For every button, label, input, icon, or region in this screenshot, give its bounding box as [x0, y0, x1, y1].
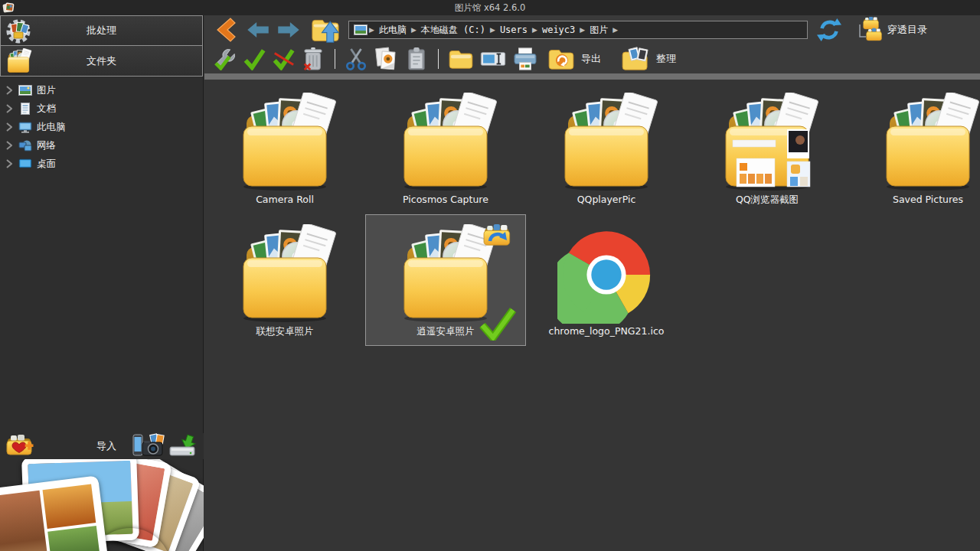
item-label: Saved Pictures	[893, 194, 963, 205]
desktop-icon	[17, 158, 34, 169]
sidebar-section-batch[interactable]: 批处理	[0, 15, 203, 46]
chevron-right-icon[interactable]	[6, 159, 17, 168]
window-title: 图片馆 x64 2.6.0	[455, 2, 526, 14]
breadcrumb[interactable]: ▶ 此电脑 ▶ 本地磁盘 (C:) ▶ Users ▶ weiyc3 ▶ 图片 …	[348, 21, 808, 39]
splitter-handle[interactable]	[204, 73, 980, 80]
arrow-right-icon	[276, 21, 301, 38]
print-button[interactable]	[509, 46, 541, 72]
folder-up-icon	[310, 16, 341, 44]
tree-item-label: 网络	[37, 139, 56, 152]
item-label: Picosmos Capture	[403, 194, 488, 205]
delete-button[interactable]	[298, 46, 328, 72]
item-label: Camera Roll	[256, 194, 314, 205]
breadcrumb-segment-user[interactable]: weiyc3	[539, 24, 578, 35]
chevron-right-icon[interactable]	[6, 104, 17, 113]
breadcrumb-segment-disk-c[interactable]: 本地磁盘 (C:)	[418, 24, 488, 37]
picture-icon	[17, 85, 34, 96]
folder-item-lenovo-android-photos[interactable]: 联想安卓照片	[204, 214, 365, 346]
sidebar-section-folders-label: 文件夹	[36, 54, 202, 68]
tools-row: 导出 整理	[204, 44, 980, 73]
export-label[interactable]: 导出	[581, 52, 601, 66]
import-from-disk-button[interactable]	[168, 434, 196, 459]
item-label: QQplayerPic	[577, 194, 636, 205]
new-folder-button[interactable]	[445, 46, 477, 72]
folder-item-picosmos-capture[interactable]: Picosmos Capture	[365, 83, 526, 214]
uncheck-button[interactable]	[269, 46, 298, 72]
chevron-right-icon[interactable]	[6, 141, 17, 150]
chevron-right-icon[interactable]	[6, 122, 17, 132]
folder-icon	[448, 48, 474, 70]
folder-tree: 图片 文档 此电脑 网络 桌面	[0, 77, 203, 173]
breadcrumb-segment-pictures[interactable]: 图片	[586, 24, 611, 37]
breadcrumb-separator: ▶	[488, 26, 497, 34]
scissors-icon	[345, 47, 367, 70]
folder-item-qqplayerpic[interactable]: QQplayerPic	[526, 83, 687, 214]
tree-item-this-pc[interactable]: 此电脑	[0, 118, 203, 136]
document-icon	[17, 103, 34, 115]
fix-check-button[interactable]	[211, 46, 240, 72]
arrow-left-icon	[246, 21, 270, 38]
folder-item-qq-browser-screenshots[interactable]: QQ浏览器截图	[687, 83, 848, 214]
network-icon	[17, 140, 34, 152]
chevron-right-icon[interactable]	[6, 86, 17, 95]
tree-item-network[interactable]: 网络	[0, 136, 203, 155]
item-label: 联想安卓照片	[256, 325, 314, 338]
folder-photos-icon	[871, 93, 980, 192]
passthrough-toggle[interactable]	[854, 16, 884, 44]
refresh-button[interactable]	[814, 16, 844, 44]
tree-item-pictures[interactable]: 图片	[0, 81, 203, 99]
check-icon	[243, 47, 266, 70]
breadcrumb-separator: ▶	[410, 26, 418, 34]
tree-item-desktop[interactable]: 桌面	[0, 155, 203, 173]
copy-button[interactable]	[371, 46, 401, 72]
breadcrumb-segment-this-pc[interactable]: 此电脑	[376, 24, 410, 37]
tree-item-documents[interactable]: 文档	[0, 99, 203, 118]
next-button[interactable]	[273, 16, 304, 44]
toolbar-separator	[335, 49, 335, 69]
shortcut-overlay-icon	[479, 221, 514, 252]
navigation-row: ▶ 此电脑 ▶ 本地磁盘 (C:) ▶ Users ▶ weiyc3 ▶ 图片 …	[204, 15, 980, 44]
app-logo-collage	[0, 459, 204, 551]
tree-item-label: 图片	[37, 84, 56, 97]
breadcrumb-separator: ▶	[368, 26, 376, 34]
location-picture-icon	[354, 24, 368, 35]
clipboard-paste-icon	[406, 47, 427, 71]
previous-button[interactable]	[243, 16, 273, 44]
organize-folder-icon	[621, 47, 650, 71]
import-bar: 导入	[0, 433, 204, 459]
export-button[interactable]	[544, 46, 578, 72]
chrome-logo-icon	[557, 226, 655, 324]
breadcrumb-segment-users[interactable]: Users	[497, 24, 531, 35]
tree-item-label: 此电脑	[37, 121, 66, 134]
organize-label[interactable]: 整理	[656, 52, 676, 66]
printer-icon	[512, 47, 538, 71]
cut-button[interactable]	[341, 46, 371, 72]
item-label: 逍遥安卓照片	[417, 325, 475, 338]
folder-item-xiaoyao-android-photos[interactable]: 逍遥安卓照片	[365, 214, 526, 346]
import-from-device-button[interactable]	[132, 433, 165, 460]
selected-check-icon	[478, 307, 518, 341]
breadcrumb-separator: ▶	[611, 26, 619, 34]
file-item-chrome-logo[interactable]: chrome_logo_PNG21.ico	[526, 214, 687, 346]
tree-item-label: 桌面	[37, 158, 56, 171]
app-icon[interactable]	[2, 2, 15, 14]
sidebar-section-folders[interactable]: 文件夹	[0, 46, 203, 77]
folder-item-saved-pictures[interactable]: Saved Pictures	[848, 83, 980, 214]
toolbar: ▶ 此电脑 ▶ 本地磁盘 (C:) ▶ Users ▶ weiyc3 ▶ 图片 …	[204, 15, 980, 73]
title-bar: 图片馆 x64 2.6.0	[0, 0, 980, 15]
back-button[interactable]	[211, 16, 240, 44]
passthrough-folders-icon	[855, 17, 883, 43]
add-favorite-folder-button[interactable]	[6, 434, 38, 459]
check-all-button[interactable]	[240, 46, 269, 72]
folder-export-icon	[547, 47, 575, 70]
paste-button[interactable]	[401, 46, 432, 72]
rename-button[interactable]	[477, 46, 509, 72]
organize-button[interactable]	[618, 46, 653, 72]
up-folder-button[interactable]	[309, 16, 342, 44]
wrench-check-icon	[214, 47, 237, 70]
file-grid: Camera Roll Picosmos Capture QQplayerPic…	[204, 80, 980, 551]
sidebar-section-batch-label: 批处理	[36, 24, 202, 37]
toolbar-separator	[438, 49, 439, 69]
check-slash-icon	[272, 47, 295, 70]
folder-item-camera-roll[interactable]: Camera Roll	[204, 83, 365, 214]
